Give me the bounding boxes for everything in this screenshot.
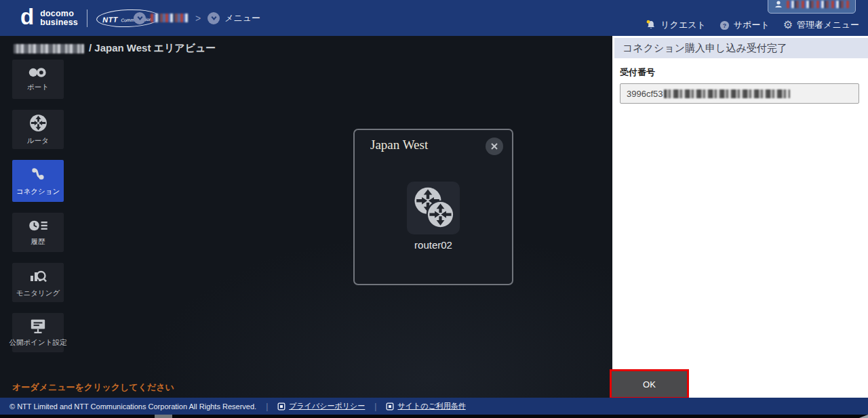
sidebar-item-label: ポート — [27, 83, 49, 92]
sidebar-item-label: モニタリング — [16, 289, 60, 298]
svg-text:?: ? — [723, 22, 726, 28]
topbar-menu: リクエスト ? サポート ⚙ 管理者メニュー — [646, 19, 859, 31]
dialog-title: コネクション購入申し込み受付完了 — [614, 38, 868, 58]
sidebar-item-public-point[interactable]: 公開ポイント設定 — [12, 313, 64, 352]
privacy-policy-label: プライバシーポリシー — [289, 401, 365, 411]
help-icon: ? — [719, 20, 730, 30]
user-account-badge[interactable] — [768, 0, 856, 14]
sidebar-item-label: コネクション — [16, 187, 60, 196]
admin-menu-label: 管理者メニュー — [797, 19, 859, 31]
privacy-policy-link[interactable]: プライバシーポリシー — [277, 401, 365, 411]
annotation-highlight-box: OK — [610, 369, 689, 399]
external-link-icon — [386, 402, 394, 411]
sidebar-item-router[interactable]: ルータ — [12, 110, 64, 149]
docomo-logo-line2: business — [40, 18, 78, 27]
order-complete-panel: コネクション購入申し込み受付完了 受付番号 3996cf53 OK — [612, 36, 868, 398]
brand-divider — [87, 9, 87, 27]
external-link-icon — [277, 402, 285, 411]
taskbar-corner — [859, 415, 868, 418]
router-group-icon — [411, 186, 456, 230]
footer-separator: | — [374, 402, 376, 411]
redacted-receipt-number — [664, 89, 790, 98]
footer-separator: | — [266, 402, 268, 411]
close-icon — [490, 142, 498, 150]
footer: © NTT Limited and NTT Communications Cor… — [0, 398, 868, 415]
public-point-icon — [29, 318, 47, 334]
router-icon — [29, 114, 47, 132]
area-view-panel: Japan West router02 — [353, 129, 513, 285]
main-canvas: / Japan West エリアビュー ポート ルータ — [0, 36, 612, 398]
order-menu-sidebar: ポート ルータ コネクション — [12, 60, 64, 352]
request-menu-item[interactable]: リクエスト — [646, 19, 706, 31]
dialog-body: 受付番号 3996cf53 — [612, 58, 868, 104]
ntt-logo-text: NTT — [102, 15, 118, 24]
sidebar-item-port[interactable]: ポート — [12, 60, 64, 99]
docomo-d-logo-icon: d — [20, 7, 34, 27]
close-button[interactable] — [486, 138, 503, 155]
support-menu-item[interactable]: ? サポート — [719, 19, 770, 31]
redacted-tenant-name — [14, 44, 84, 54]
page-title-text: / Japan West エリアビュー — [89, 42, 216, 55]
docomo-logo-line1: docomo — [40, 9, 74, 18]
terms-of-use-label: サイトのご利用条件 — [397, 401, 465, 411]
receipt-number-field[interactable]: 3996cf53 — [620, 83, 859, 104]
router-node[interactable]: router02 — [407, 182, 460, 251]
area-panel-title: Japan West — [370, 138, 428, 152]
terms-of-use-link[interactable]: サイトのご利用条件 — [386, 401, 465, 411]
docomo-business-logo: docomo business — [40, 9, 78, 27]
page-title: / Japan West エリアビュー — [14, 42, 216, 55]
support-label: サポート — [734, 19, 770, 31]
breadcrumb-separator: > — [195, 13, 201, 24]
taskbar-edge — [0, 415, 868, 418]
sidebar-item-monitoring[interactable]: モニタリング — [12, 263, 64, 302]
order-menu-hint: オーダメニューをクリックしてください — [12, 381, 174, 394]
router-node-box[interactable] — [407, 182, 460, 234]
top-navigation-bar: d docomo business NTT Communications > — [0, 0, 868, 36]
taskbar-segment — [155, 415, 172, 418]
chevron-down-icon — [136, 14, 144, 22]
receipt-number-label: 受付番号 — [620, 66, 859, 79]
connection-icon — [29, 165, 47, 183]
router-node-label: router02 — [414, 239, 452, 251]
sidebar-item-label: 履歴 — [31, 237, 45, 247]
receipt-number-prefix: 3996cf53 — [627, 89, 663, 99]
ok-button[interactable]: OK — [612, 371, 687, 397]
history-icon — [28, 218, 47, 233]
redacted-tenant-name[interactable] — [151, 14, 189, 22]
redacted-username — [787, 1, 849, 8]
chevron-down-icon — [210, 14, 218, 22]
breadcrumb: > メニュー — [134, 0, 260, 36]
sidebar-item-history[interactable]: 履歴 — [12, 213, 64, 252]
bell-icon — [646, 20, 656, 30]
menu-dropdown-button[interactable] — [208, 12, 220, 24]
sidebar-item-connection[interactable]: コネクション — [12, 160, 64, 202]
tenant-dropdown-button[interactable] — [134, 12, 146, 24]
breadcrumb-menu-label[interactable]: メニュー — [224, 12, 260, 24]
copyright-text: © NTT Limited and NTT Communications Cor… — [9, 402, 256, 411]
port-icon — [28, 66, 48, 79]
request-label: リクエスト — [660, 19, 706, 31]
sidebar-item-label: ルータ — [27, 136, 49, 146]
sidebar-item-label: 公開ポイント設定 — [9, 338, 67, 348]
user-icon — [774, 0, 783, 8]
monitoring-icon — [29, 267, 47, 285]
admin-menu-item[interactable]: ⚙ 管理者メニュー — [783, 19, 859, 31]
gear-icon: ⚙ — [783, 20, 793, 30]
app-window: d docomo business NTT Communications > — [0, 0, 868, 418]
